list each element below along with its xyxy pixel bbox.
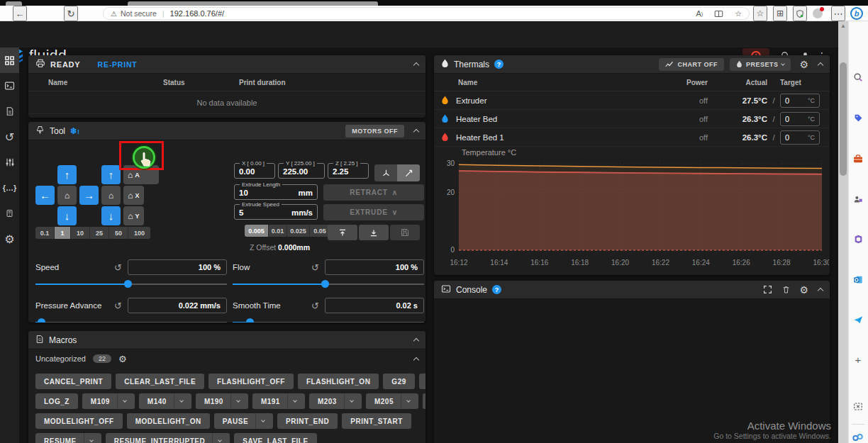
collections-icon[interactable]: ⊞	[773, 6, 787, 21]
reprint-button[interactable]: RE-PRINT	[98, 60, 138, 69]
heater-name[interactable]: Extruder	[456, 96, 486, 105]
relative-move-icon[interactable]	[397, 164, 420, 181]
flow-reset-icon[interactable]: ↺	[311, 262, 319, 273]
speed-slider[interactable]	[35, 280, 227, 288]
jog-distance-25[interactable]: 25	[90, 227, 109, 239]
macro-dropdown-icon[interactable]	[212, 433, 221, 443]
heater-target-value[interactable]	[785, 96, 805, 105]
macro-g29[interactable]: G29	[383, 374, 414, 389]
jog-distance-0.1[interactable]: 0.1	[35, 227, 55, 239]
motors-off-button[interactable]: MOTORS OFF	[345, 125, 404, 138]
m365-icon[interactable]	[852, 232, 864, 245]
heater-target-value[interactable]	[785, 133, 805, 142]
smooth-time-value[interactable]: 0.02 s	[325, 298, 424, 313]
macro-dropdown-icon[interactable]	[401, 393, 410, 409]
z-position-field[interactable]: Z [ 2.25 ]2.25	[328, 160, 369, 179]
macro-print_end[interactable]: PRINT_END	[277, 413, 338, 429]
macro-m191[interactable]: M191	[252, 393, 305, 409]
macro-m190[interactable]: M190	[196, 393, 248, 409]
flow-slider[interactable]	[233, 280, 424, 288]
pressure-advance-slider[interactable]	[35, 318, 227, 323]
back-icon[interactable]: ←	[13, 6, 27, 21]
nav-configure-icon[interactable]: {…}	[0, 175, 19, 201]
heater-target-value[interactable]	[785, 115, 805, 123]
pressure-advance-reset-icon[interactable]: ↺	[114, 301, 122, 311]
status-collapse-icon[interactable]	[414, 61, 418, 67]
heater-name[interactable]: Heater Bed 1	[456, 133, 504, 142]
browser-shield-icon[interactable]	[793, 6, 807, 21]
macro-dropdown-icon[interactable]	[117, 393, 126, 409]
pressure-advance-value[interactable]: 0.022 mm/s	[128, 298, 227, 313]
smooth-time-reset-icon[interactable]: ↺	[311, 301, 319, 311]
read-aloud-icon[interactable]: A)	[696, 9, 703, 18]
z-offset-step-0.01[interactable]: 0.01	[269, 225, 287, 237]
presets-button[interactable]: PRESETS	[730, 58, 791, 71]
save-z-offset-icon[interactable]	[390, 225, 420, 240]
flow-slider-thumb[interactable]	[321, 280, 329, 288]
macro-settings-gear-icon[interactable]: ⚙	[118, 354, 127, 364]
home-y-button[interactable]: ⌂Y	[123, 206, 144, 225]
address-bar[interactable]: ⚠ Not secure | 192.168.0.76/#/ A) ☆	[103, 7, 750, 20]
macro-m84[interactable]: M84	[423, 393, 425, 409]
macro-g31[interactable]: G31	[419, 374, 425, 389]
y-position-field[interactable]: Y [ 225.00 ]225.00	[278, 160, 325, 179]
page-scrollbar[interactable]: ▲	[838, 21, 848, 443]
macro-dropdown-icon[interactable]	[287, 393, 296, 409]
home-z-button[interactable]: ⌂	[101, 186, 121, 205]
heater-target-input[interactable]: °C	[780, 130, 820, 145]
split-screen-icon[interactable]	[714, 9, 723, 18]
macro-modlelight_off[interactable]: MODLELIGHT_OFF	[35, 413, 123, 429]
macro-dropdown-icon[interactable]	[344, 393, 353, 409]
browser-more-icon[interactable]: ⋯	[831, 6, 845, 21]
tool-collapse-icon[interactable]	[414, 128, 418, 134]
macro-pause[interactable]: PAUSE	[214, 413, 273, 429]
heater-target-input[interactable]: °C	[780, 94, 820, 108]
speed-slider-thumb[interactable]	[124, 280, 132, 288]
macro-clear_last_file[interactable]: CLEAR_LAST_FILE	[116, 374, 204, 389]
macro-category-collapse-icon[interactable]	[414, 356, 418, 362]
macro-flashlight_on[interactable]: FLASHLIGHT_ON	[298, 374, 379, 389]
add-icon[interactable]: +	[852, 353, 864, 366]
absolute-move-icon[interactable]	[374, 164, 397, 181]
nav-console-icon[interactable]	[0, 73, 19, 99]
jog-distance-10[interactable]: 10	[71, 227, 90, 239]
macro-m203[interactable]: M203	[309, 393, 362, 409]
drop-icon[interactable]	[852, 313, 864, 326]
nav-jobs-icon[interactable]	[0, 99, 19, 124]
copilot-icon[interactable]: b	[850, 7, 863, 20]
jog-distance-50[interactable]: 50	[109, 227, 128, 239]
macro-dropdown-icon[interactable]	[255, 413, 265, 429]
chart-toggle-button[interactable]: CHART OFF	[659, 58, 724, 71]
extrude-length-field[interactable]: Extrude Length 10mm	[234, 181, 318, 200]
z-offset-up-icon[interactable]	[328, 225, 357, 240]
console-fullscreen-icon[interactable]	[763, 285, 772, 294]
thermals-help-icon[interactable]: ?	[494, 60, 503, 69]
macro-m205[interactable]: M205	[366, 393, 418, 409]
people-icon[interactable]	[852, 193, 864, 206]
pressure-advance-slider-thumb[interactable]	[38, 318, 45, 323]
favorite-star-icon[interactable]: ☆	[735, 9, 742, 18]
z-offset-step-0.025[interactable]: 0.025	[287, 225, 310, 237]
sidebar-search-icon[interactable]	[852, 71, 864, 84]
macro-dropdown-icon[interactable]	[84, 433, 93, 443]
speed-reset-icon[interactable]: ↺	[114, 262, 122, 273]
macro-cancel_print[interactable]: CANCEL_PRINT	[35, 374, 111, 389]
z-offset-step-0.005[interactable]: 0.005	[245, 225, 269, 237]
macro-m109[interactable]: M109	[82, 393, 135, 409]
macro-save_last_file[interactable]: SAVE_LAST_FILE	[234, 433, 316, 443]
console-help-icon[interactable]: ?	[492, 285, 501, 294]
jog-z-plus-button[interactable]: ↑	[101, 165, 121, 184]
home-x-button[interactable]: ⌂X	[123, 186, 144, 205]
heater-name[interactable]: Heater Bed	[456, 115, 497, 123]
thermals-collapse-icon[interactable]	[818, 61, 823, 67]
x-position-field[interactable]: X [ 0.00 ]0.00	[234, 160, 275, 179]
macro-resume[interactable]: RESUME	[35, 433, 101, 443]
macro-m140[interactable]: M140	[139, 393, 191, 409]
macro-modlelight_on[interactable]: MODLELIGHT_ON	[127, 413, 210, 429]
macro-resume_interrupted[interactable]: RESUME_INTERRUPTED	[106, 433, 230, 443]
z-offset-step-0.05[interactable]: 0.05	[310, 225, 330, 237]
macro-dropdown-icon[interactable]	[174, 393, 183, 409]
jog-y-plus-button[interactable]: ↑	[57, 165, 77, 184]
jog-y-minus-button[interactable]: ↓	[57, 206, 77, 225]
console-trash-icon[interactable]	[782, 285, 790, 294]
